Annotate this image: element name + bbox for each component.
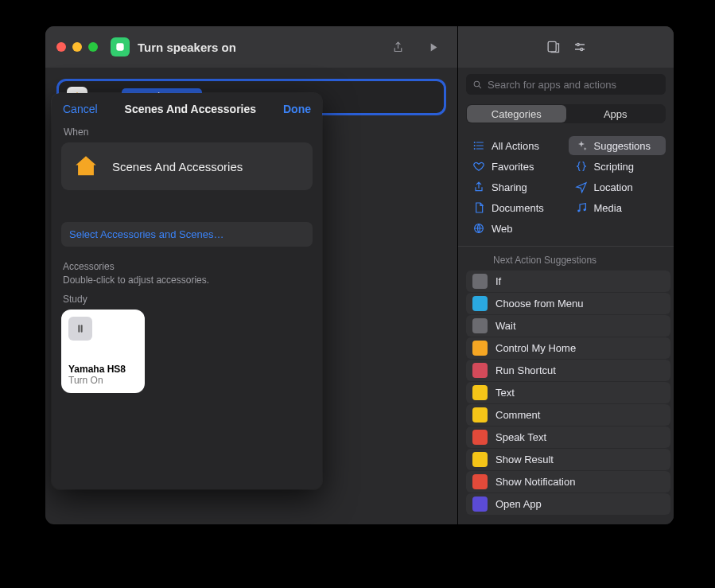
search-input[interactable] [488,79,659,91]
suggestion-label: Wait [495,320,516,332]
doc-icon [472,201,485,214]
search-field[interactable] [466,74,666,95]
suggestion-icon [472,496,488,512]
accessory-name: Yamaha HS8 [68,364,138,375]
category-label: Sharing [492,181,527,193]
category-all-actions[interactable]: All Actions [466,136,564,155]
editor-pane: Turn speakers on Set Yamaha HS8 Cancel S… [45,26,457,524]
braces-icon [575,160,588,173]
suggestion-icon [472,341,488,356]
shortcut-app-icon [111,37,130,56]
accessory-icon [68,317,92,341]
suggestion-label: Control My Home [495,342,576,354]
category-grid: All ActionsSuggestionsFavoritesScripting… [458,131,674,247]
svg-rect-2 [81,325,83,332]
suggestion-label: Run Shortcut [495,364,556,376]
suggestion-choose-from-menu[interactable]: Choose from Menu [466,293,670,314]
music-icon [575,201,588,214]
category-documents[interactable]: Documents [466,198,564,217]
suggestion-show-notification[interactable]: Show Notification [466,471,670,493]
scenes-accessories-popover: Cancel Scenes And Accessories Done When … [52,93,322,489]
accessory-state: Turn On [68,375,138,386]
category-sharing[interactable]: Sharing [466,177,564,197]
segment-container: Categories Apps [458,101,674,131]
suggestion-icon [472,452,488,467]
suggestion-label: If [495,275,501,287]
category-label: Suggestions [594,140,651,152]
select-accessories-link[interactable]: Select Accessories and Scenes… [61,222,313,247]
cancel-button[interactable]: Cancel [63,103,98,115]
suggestion-open-app[interactable]: Open App [466,493,670,515]
suggestion-label: Show Result [495,454,554,465]
suggestion-speak-text[interactable]: Speak Text [466,426,670,448]
run-button[interactable] [419,36,446,58]
library-toggle-button[interactable] [544,38,562,56]
segment-apps[interactable]: Apps [566,105,666,123]
suggestion-icon [472,296,488,311]
when-label: When [61,125,313,142]
suggestion-comment[interactable]: Comment [466,404,670,426]
suggestion-icon [472,363,488,378]
sparkle-icon [575,139,588,152]
suggestion-icon [472,407,488,423]
svg-point-9 [474,148,476,150]
category-web[interactable]: Web [466,219,564,238]
svg-rect-1 [78,325,80,332]
popover-title: Scenes And Accessories [125,103,257,115]
accessory-card[interactable]: Yamaha HS8 Turn On [61,310,145,393]
svg-point-5 [580,49,582,51]
done-button[interactable]: Done [283,103,311,115]
when-scene-row[interactable]: Scenes And Accessories [61,142,313,190]
library-pane: Categories Apps All ActionsSuggestionsFa… [457,26,674,524]
category-label: Location [594,181,633,193]
category-label: Media [594,202,622,214]
sliders-icon [573,40,587,54]
suggestion-text[interactable]: Text [466,382,670,403]
close-window-button[interactable] [56,42,66,52]
category-location[interactable]: Location [569,177,666,197]
svg-point-10 [577,210,580,212]
svg-point-7 [474,142,476,143]
traffic-lights [56,42,98,52]
library-toolbar [458,26,674,68]
suggestions-heading: Next Action Suggestions [466,251,670,271]
suggestion-wait[interactable]: Wait [466,315,670,337]
suggestion-label: Open App [495,498,542,510]
suggestion-label: Show Notification [495,476,575,488]
suggestions-scroll[interactable]: Next Action Suggestions IfChoose from Me… [466,251,670,524]
svg-point-4 [577,44,579,46]
accessories-heading: Accessories [61,261,313,272]
svg-point-8 [474,145,476,146]
share-icon [391,41,405,54]
svg-rect-3 [548,41,556,52]
shortcuts-glyph-icon [115,41,126,53]
suggestion-control-my-home[interactable]: Control My Home [466,337,670,359]
settings-button[interactable] [571,38,589,56]
list-icon [472,139,485,152]
suggestion-show-result[interactable]: Show Result [466,449,670,470]
zoom-window-button[interactable] [88,42,98,52]
share-icon [472,181,485,193]
category-favorites[interactable]: Favorites [466,157,564,176]
segment-categories[interactable]: Categories [467,105,566,123]
search-icon [472,80,483,90]
library-icon [545,39,561,55]
nav-icon [575,181,588,193]
library-segment: Categories Apps [466,104,666,123]
category-media[interactable]: Media [569,198,666,217]
room-label: Study [61,294,313,305]
play-icon [426,41,440,54]
power-icon [74,322,87,335]
category-scripting[interactable]: Scripting [569,157,666,176]
category-label: All Actions [492,140,539,152]
minimize-window-button[interactable] [72,42,82,52]
suggestion-if[interactable]: If [466,271,670,292]
search-container [458,68,674,101]
suggestion-run-shortcut[interactable]: Run Shortcut [466,360,670,381]
titlebar: Turn speakers on [45,26,457,68]
suggestion-label: Text [495,387,515,399]
category-suggestions[interactable]: Suggestions [569,136,666,155]
share-button[interactable] [384,36,411,58]
suggestion-icon [472,474,488,489]
suggestion-icon [472,430,488,445]
